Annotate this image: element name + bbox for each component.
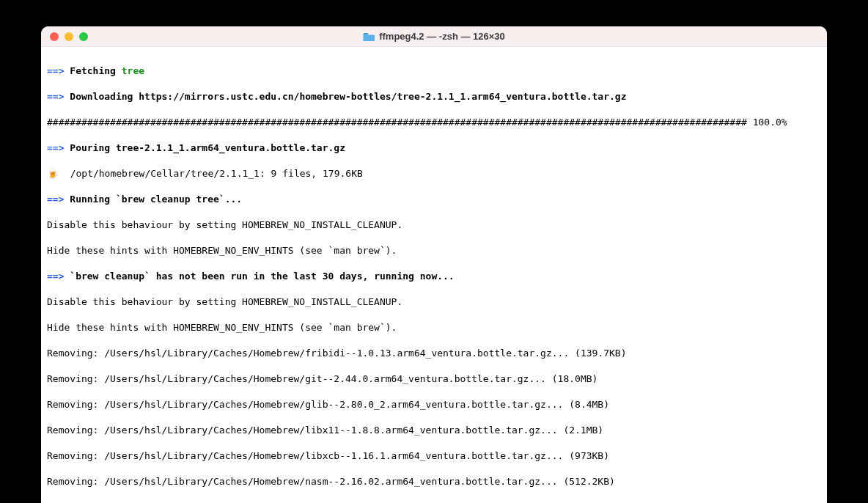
close-icon[interactable]	[50, 32, 59, 41]
title-bar: ffmpeg4.2 — -zsh — 126×30	[41, 26, 827, 47]
output-line: ==> Fetching tree	[47, 65, 821, 78]
terminal-window: ffmpeg4.2 — -zsh — 126×30 ==> Fetching t…	[41, 26, 827, 503]
output-line: ########################################…	[47, 116, 821, 129]
output-line: Disable this behaviour by setting HOMEBR…	[47, 295, 821, 309]
output-line: Hide these hints with HOMEBREW_NO_ENV_HI…	[47, 244, 821, 257]
window-title: ffmpeg4.2 — -zsh — 126×30	[363, 31, 505, 42]
output-line: Removing: /Users/hsl/Library/Caches/Home…	[47, 372, 821, 386]
output-line: 🍺 /opt/homebrew/Cellar/tree/2.1.1_1: 9 f…	[47, 167, 821, 180]
output-line: ==> Pouring tree-2.1.1_1.arm64_ventura.b…	[47, 142, 821, 155]
zoom-icon[interactable]	[79, 32, 88, 41]
output-line: ==> `brew cleanup` has not been run in t…	[47, 270, 821, 283]
output-line: Hide these hints with HOMEBREW_NO_ENV_HI…	[47, 321, 821, 334]
traffic-lights	[50, 32, 88, 41]
output-line: Removing: /Users/hsl/Library/Caches/Home…	[47, 424, 821, 437]
output-line: Removing: /Users/hsl/Library/Caches/Home…	[47, 347, 821, 360]
output-line: Disable this behaviour by setting HOMEBR…	[47, 219, 821, 232]
minimize-icon[interactable]	[65, 32, 73, 41]
window-title-text: ffmpeg4.2 — -zsh — 126×30	[379, 31, 505, 42]
output-line: Removing: /Users/hsl/Library/Caches/Home…	[47, 501, 821, 504]
output-line: ==> Running `brew cleanup tree`...	[47, 193, 821, 206]
output-line: ==> Downloading https://mirrors.ustc.edu…	[47, 90, 821, 103]
output-line: Removing: /Users/hsl/Library/Caches/Home…	[47, 398, 821, 411]
terminal-body[interactable]: ==> Fetching tree ==> Downloading https:…	[41, 47, 827, 503]
output-line: Removing: /Users/hsl/Library/Caches/Home…	[47, 449, 821, 463]
folder-icon	[363, 32, 375, 42]
output-line: Removing: /Users/hsl/Library/Caches/Home…	[47, 475, 821, 488]
